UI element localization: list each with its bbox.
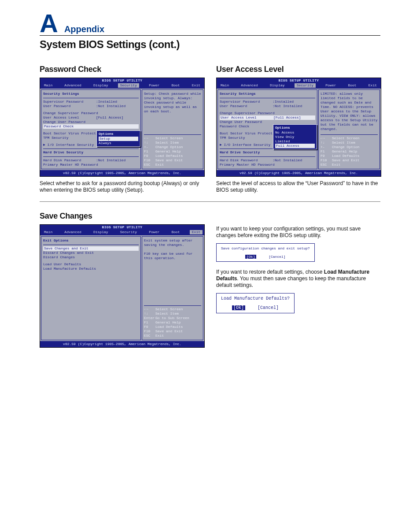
user-access-value: [Full Access] [96,115,139,120]
dialog-save-confirm: Save configuration changes and exit setu… [216,243,315,262]
section-title: Security Settings [43,92,139,96]
bios-right-pane: LIMITED: allows only limited fields to b… [318,89,380,169]
bios-help-text: Exit system setup after saving the chang… [144,238,201,304]
bios-title: BIOS SETUP UTILITY [217,78,381,83]
dialog-load-defaults: Load Manufacture Defaults? [Ok] [Cancel] [216,293,295,313]
item-discard-and-exit: Discard Changes and Exit [43,251,139,255]
bios-key-legend: ←→Select Screen ↑↓Select Item EnterGo to… [144,307,201,338]
hard-disk-password-value: :Not Installed [273,158,315,163]
menu-power: Power [147,230,162,234]
hard-disk-password-value: :Not Installed [96,158,139,163]
section-divider [40,201,380,202]
popup-option-always: Always [99,141,138,145]
menu-boot: Boot [346,83,358,88]
menu-security: Security [295,83,316,88]
item-password-check-selected: Password Check [43,124,139,129]
dialog-cancel-button: [Cancel] [258,305,279,310]
popup-option-view-only: View Only [275,135,315,139]
bios-title: BIOS SETUP UTILITY [40,225,204,230]
menu-display: Display [91,83,111,88]
popup-option-no-access: No Access [275,130,315,135]
hard-disk-password-label: Hard Disk Password [220,158,273,163]
user-password-label: User Password [43,104,96,108]
popup-option-limited: Limited [275,139,315,144]
menu-advanced: Advanced [62,83,83,88]
heading-password-check: Password Check [40,65,204,74]
menu-main: Main [218,83,231,88]
appendix-letter: A [40,13,58,33]
save-changes-para1: If you want to keep your configuration s… [216,226,380,239]
popup-option-setup: Setup [99,137,138,141]
bios-help-text: LIMITED: allows only limited fields to b… [321,92,378,133]
menu-advanced: Advanced [62,230,83,234]
hard-disk-password-label: Hard Disk Password [43,158,96,163]
menu-power: Power [147,83,162,88]
menu-exit: Exit [366,83,379,88]
popup-title: Options [275,126,315,130]
user-password-value: :Not Installed [273,104,315,108]
appendix-header: A Appendix [40,13,380,36]
item-load-user-defaults: Load User Defaults [43,262,139,267]
appendix-word: Appendix [64,24,104,34]
save-changes-para2: If you want to restore default settings,… [216,269,380,289]
dialog-save-msg: Save configuration changes and exit setu… [221,246,310,250]
bios-menu: Main Advanced Display Security Power Boo… [217,83,381,89]
bios-menu: Main Advanced Display Security Power Boo… [40,83,204,89]
item-change-supervisor: Change Supervisor Password [220,111,315,115]
options-popup: Options Setup Always [96,130,140,147]
menu-boot: Boot [169,230,182,234]
user-password-value: :Not Installed [96,104,139,108]
caption-user-access: Select the level of access to allow the … [216,180,380,193]
item-user-access-selected: User Access Level[Full Access] [220,115,315,120]
user-password-label: User Password [220,104,273,108]
menu-boot: Boot [169,83,182,88]
bios-screenshot-save-changes: BIOS SETUP UTILITY Main Advanced Display… [40,224,205,348]
item-primary-master-hd: Primary Master HD Password [43,163,139,167]
menu-display: Display [268,83,287,88]
bios-screenshot-password-check: BIOS SETUP UTILITY Main Advanced Display… [40,78,205,177]
bios-menu: Main Advanced Display Security Power Boo… [40,230,204,235]
bios-footer: v02.59 (C)Copyright 1985-2005, American … [40,341,204,347]
menu-security: Security [118,230,139,234]
item-change-user: Change User Password [43,120,139,124]
section-title: Security Settings [220,92,315,96]
menu-exit: Exit [190,230,203,234]
item-change-supervisor: Change Supervisor Password [43,111,139,115]
bios-right-pane: Setup: Check password while invoking set… [142,89,203,169]
item-primary-master-hd: Primary Master HD Password [220,163,315,167]
bios-screenshot-user-access: BIOS SETUP UTILITY Main Advanced Display… [216,78,381,177]
menu-security: Security [118,83,139,88]
item-discard-changes: Discard Changes [43,255,139,260]
menu-power: Power [323,83,338,88]
caption-password-check: Select whether to ask for a password dur… [40,180,204,193]
popup-option-full-access: Full Access [275,144,315,148]
item-user-access-level: User Access Level [43,115,96,120]
hard-drive-security-title: Hard Drive Security [220,150,315,155]
popup-title: Options [99,132,138,136]
supervisor-password-value: :Installed [96,100,139,104]
dialog-ok-button: [Ok] [232,305,245,310]
bios-footer: v02.59 (C)Copyright 1985-2005, American … [40,170,204,176]
item-load-manufacture-defaults: Load Manufacture Defaults [43,267,139,271]
page-title: System BIOS Settings (cont.) [40,38,380,51]
bios-title: BIOS SETUP UTILITY [40,78,204,83]
options-popup: Options No Access View Only Limited Full… [273,124,317,149]
dialog-ok-button: [Ok] [245,255,256,259]
hard-drive-security-title: Hard Drive Security [43,150,139,155]
bios-footer: v02.59 (C)Copyright 1985-2005, American … [217,170,381,176]
heading-user-access: User Access Level [216,65,380,74]
bios-left-pane: Exit Options Save Changes and Exit Disca… [41,236,141,340]
menu-main: Main [42,83,55,88]
dialog-load-msg: Load Manufacture Defaults? [221,296,290,301]
supervisor-password-label: Supervisor Password [220,100,273,104]
item-change-user: Change User Password [220,120,315,124]
bios-key-legend: ←→Select Screen ↑↓Select Item +-Change O… [321,136,378,167]
menu-main: Main [42,230,55,234]
menu-exit: Exit [190,83,203,88]
bios-key-legend: ←→Select Screen ↑↓Select Item +-Change O… [144,136,201,167]
bios-right-pane: Exit system setup after saving the chang… [142,236,203,340]
supervisor-password-label: Supervisor Password [43,100,96,104]
bios-left-pane: Security Settings Supervisor Password:In… [41,89,141,169]
menu-advanced: Advanced [239,83,260,88]
item-save-and-exit-selected: Save Changes and Exit [43,246,139,251]
